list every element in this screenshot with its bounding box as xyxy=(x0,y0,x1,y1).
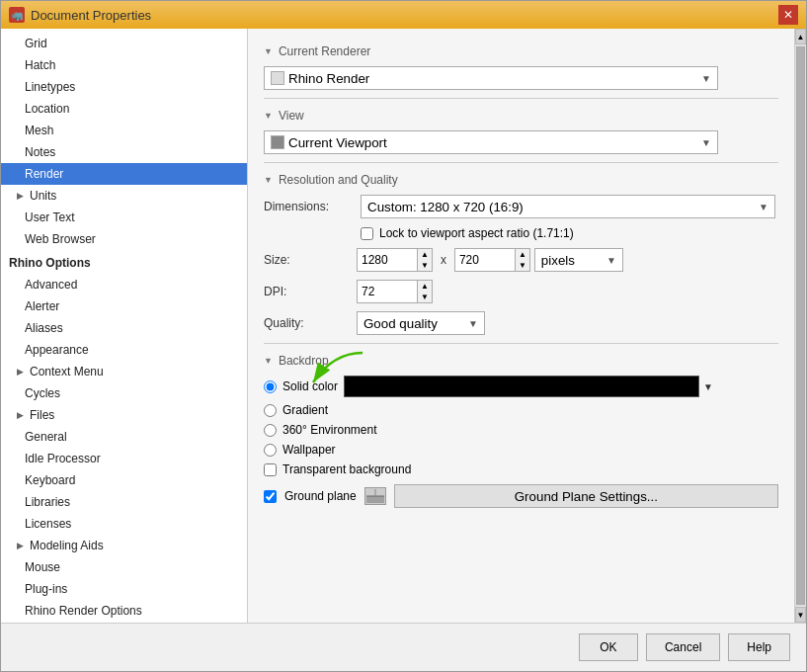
renderer-dropdown[interactable]: Rhino Render ▼ xyxy=(264,66,718,90)
size-row: Size: ▲ ▼ x ▲ ▼ pixels xyxy=(264,248,778,272)
view-dropdown[interactable]: Current Viewport ▼ xyxy=(264,130,718,154)
sidebar-item-grid[interactable]: Grid xyxy=(1,33,247,54)
sidebar-item-mouse[interactable]: Mouse xyxy=(1,556,247,578)
dpi-down-button[interactable]: ▼ xyxy=(418,292,432,302)
height-input[interactable] xyxy=(455,249,515,271)
dpi-spinbox: ▲ ▼ xyxy=(357,280,433,303)
gradient-radio[interactable] xyxy=(264,404,277,417)
viewport-icon xyxy=(271,135,284,149)
dimensions-row: Dimensions: Custom: 1280 x 720 (16:9) ▼ xyxy=(264,195,778,218)
svg-rect-1 xyxy=(366,496,384,503)
solid-color-radio[interactable] xyxy=(264,380,277,393)
sidebar-item-files[interactable]: ▶Files xyxy=(1,404,247,426)
ground-plane-settings-button[interactable]: Ground Plane Settings... xyxy=(394,484,778,508)
ground-plane-icon xyxy=(364,487,386,505)
expand-icon-modeling-aids: ▶ xyxy=(17,537,24,554)
wallpaper-radio[interactable] xyxy=(264,444,277,457)
expand-icon-files: ▶ xyxy=(17,406,24,424)
current-renderer-section: Current Renderer xyxy=(264,44,778,58)
sidebar-label-cycles: Cycles xyxy=(25,384,60,402)
units-dropdown[interactable]: pixels ▼ xyxy=(534,248,623,272)
renderer-dropdown-arrow: ▼ xyxy=(701,73,711,84)
height-down-button[interactable]: ▼ xyxy=(516,260,529,271)
sidebar-item-keyboard[interactable]: Keyboard xyxy=(1,469,247,491)
sidebar-item-general[interactable]: General xyxy=(1,426,247,448)
sidebar-item-linetypes[interactable]: Linetypes xyxy=(1,76,247,98)
sidebar-label-appearance: Appearance xyxy=(25,341,89,359)
scroll-down-button[interactable]: ▼ xyxy=(795,607,806,623)
sidebar-label-render: Render xyxy=(25,165,63,183)
dpi-input[interactable] xyxy=(358,281,417,302)
sidebar-item-aliases[interactable]: Aliases xyxy=(1,317,247,339)
help-button[interactable]: Help xyxy=(728,633,790,661)
ground-plane-checkbox[interactable] xyxy=(264,490,277,503)
sidebar-label-context-menu: Context Menu xyxy=(30,363,104,380)
sidebar-label-web-browser: Web Browser xyxy=(25,230,96,248)
close-button[interactable]: ✕ xyxy=(778,5,798,25)
sidebar-label-files: Files xyxy=(30,406,54,424)
sidebar-item-units[interactable]: ▶Units xyxy=(1,185,247,207)
sidebar-label-location: Location xyxy=(25,100,69,118)
sidebar-label-mouse: Mouse xyxy=(25,558,60,576)
sidebar-item-context-menu[interactable]: ▶Context Menu xyxy=(1,361,247,382)
sidebar-item-cycles[interactable]: Cycles xyxy=(1,382,247,404)
environment-label: 360° Environment xyxy=(282,423,377,437)
dpi-up-button[interactable]: ▲ xyxy=(418,281,432,292)
dimensions-dropdown-arrow: ▼ xyxy=(759,202,768,212)
quality-dropdown[interactable]: Good quality ▼ xyxy=(357,311,485,335)
sidebar-item-plug-ins[interactable]: Plug-ins xyxy=(1,578,247,600)
height-up-button[interactable]: ▲ xyxy=(516,249,529,260)
sidebar-item-modeling-aids[interactable]: ▶Modeling Aids xyxy=(1,535,247,556)
sidebar-item-alerter[interactable]: Alerter xyxy=(1,295,247,317)
sidebar-item-rhino-render-options[interactable]: Rhino Render Options xyxy=(1,600,247,622)
scroll-thumb[interactable] xyxy=(796,46,805,605)
footer: OK Cancel Help xyxy=(1,623,806,671)
sidebar-item-location[interactable]: Location xyxy=(1,98,247,120)
sidebar-item-hatch[interactable]: Hatch xyxy=(1,54,247,76)
lock-aspect-label: Lock to viewport aspect ratio (1.71:1) xyxy=(379,226,574,240)
sidebar-item-advanced[interactable]: Advanced xyxy=(1,274,247,295)
sidebar-item-idle-processor[interactable]: Idle Processor xyxy=(1,448,247,469)
dpi-label: DPI: xyxy=(264,285,353,298)
title-bar-left: 🦏 Document Properties xyxy=(9,7,151,23)
sidebar-label-alerter: Alerter xyxy=(25,297,59,315)
sidebar-label-grid: Grid xyxy=(25,35,47,52)
x-separator: x xyxy=(437,253,450,267)
sidebar-item-appearance[interactable]: Appearance xyxy=(1,339,247,361)
lock-aspect-checkbox[interactable] xyxy=(361,227,373,240)
sidebar-item-libraries[interactable]: Libraries xyxy=(1,491,247,513)
color-swatch-arrow[interactable]: ▼ xyxy=(703,381,713,392)
gradient-label: Gradient xyxy=(282,403,328,417)
dimensions-dropdown[interactable]: Custom: 1280 x 720 (16:9) ▼ xyxy=(361,195,775,218)
sidebar-item-render[interactable]: Render xyxy=(1,163,247,185)
ok-button[interactable]: OK xyxy=(579,633,638,661)
transparent-bg-label: Transparent background xyxy=(282,462,411,476)
width-input[interactable] xyxy=(358,249,417,271)
cancel-button[interactable]: Cancel xyxy=(646,633,720,661)
height-spinbox-buttons: ▲ ▼ xyxy=(515,249,529,271)
sidebar-label-hatch: Hatch xyxy=(25,56,55,74)
height-spinbox: ▲ ▼ xyxy=(454,248,530,272)
sidebar-item-user-text[interactable]: User Text xyxy=(1,207,247,228)
sidebar-item-web-browser[interactable]: Web Browser xyxy=(1,228,247,250)
width-up-button[interactable]: ▲ xyxy=(418,249,432,260)
view-section: View xyxy=(264,109,778,123)
width-down-button[interactable]: ▼ xyxy=(418,260,432,271)
sidebar-item-mesh[interactable]: Mesh xyxy=(1,120,247,141)
environment-radio[interactable] xyxy=(264,424,277,437)
sidebar-item-notes[interactable]: Notes xyxy=(1,141,247,163)
environment-row: 360° Environment xyxy=(264,423,778,437)
title-bar: 🦏 Document Properties ✕ xyxy=(1,1,806,29)
sidebar-item-licenses[interactable]: Licenses xyxy=(1,513,247,535)
scroll-up-button[interactable]: ▲ xyxy=(795,29,806,44)
main-scrollbar: ▲ ▼ xyxy=(794,29,806,623)
dpi-row: DPI: ▲ ▼ xyxy=(264,280,778,303)
sidebar-label-linetypes: Linetypes xyxy=(25,78,75,96)
ground-plane-row: Ground plane Ground Plane Settings... xyxy=(264,484,778,508)
sidebar-item-rhino-options[interactable]: Rhino Options xyxy=(1,252,247,274)
sidebar-label-rhino-render-options: Rhino Render Options xyxy=(25,602,142,620)
units-dropdown-arrow: ▼ xyxy=(606,255,616,266)
sidebar-label-plug-ins: Plug-ins xyxy=(25,580,67,598)
sidebar-label-keyboard: Keyboard xyxy=(25,471,75,489)
transparent-bg-checkbox[interactable] xyxy=(264,463,277,476)
